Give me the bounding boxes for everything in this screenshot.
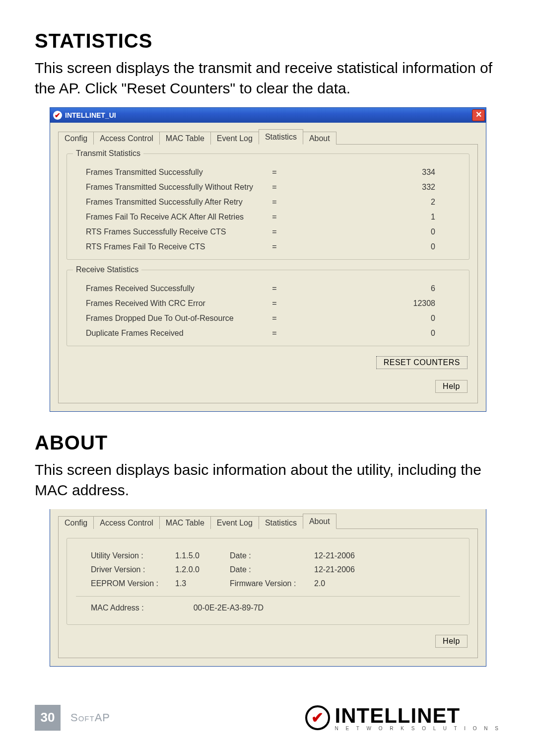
- mac-row: MAC Address : 00-0E-2E-A3-89-7D: [76, 597, 460, 619]
- stat-label: Frames Received Successfully: [76, 284, 265, 293]
- para-about: This screen displays basic information a…: [35, 460, 501, 500]
- tabs-row-about: Config Access Control MAC Table Event Lo…: [58, 514, 478, 529]
- stat-label: Frames Transmitted Successfully Without …: [76, 183, 265, 192]
- about-key: Utility Version :: [91, 551, 175, 560]
- tab-mac-table[interactable]: MAC Table: [159, 132, 211, 145]
- tab-statistics[interactable]: Statistics: [259, 129, 303, 145]
- stat-row: Frames Fail To Receive ACK After All Ret…: [76, 210, 460, 225]
- transmit-legend: Transmit Statistics: [73, 149, 143, 158]
- window-title: INTELLINET_UI: [62, 111, 472, 119]
- brand-name: INTELLINET: [335, 704, 461, 728]
- tab-config[interactable]: Config: [58, 516, 94, 529]
- tab-area: Config Access Control MAC Table Event Lo…: [50, 123, 486, 411]
- about-value: 1.2.0.0: [175, 565, 230, 574]
- about-value: 12-21-2006: [314, 551, 384, 560]
- stat-row: Duplicate Frames Received = 0: [76, 326, 460, 341]
- stat-value: 2: [284, 198, 460, 207]
- statistics-window: ✔ INTELLINET_UI ✕ Config Access Control …: [50, 107, 486, 412]
- stat-row: Frames Dropped Due To Out-of-Resource = …: [76, 311, 460, 326]
- tab-access-control[interactable]: Access Control: [93, 516, 160, 529]
- stat-label: Frames Received With CRC Error: [76, 299, 265, 308]
- stat-value: 0: [284, 242, 460, 251]
- about-key: EEPROM Version :: [91, 579, 175, 588]
- heading-about: ABOUT: [35, 432, 501, 454]
- brand-subtitle: N E T W O R K S O L U T I O N S: [335, 726, 501, 731]
- tab-area-about: Config Access Control MAC Table Event Lo…: [50, 509, 486, 666]
- equals-sign: =: [265, 242, 284, 251]
- equals-sign: =: [265, 213, 284, 222]
- stat-row: RTS Frames Successfully Receive CTS = 0: [76, 225, 460, 239]
- stat-label: Frames Transmitted Successfully After Re…: [76, 198, 265, 207]
- about-value: 1.1.5.0: [175, 551, 230, 560]
- footer: 30 SoftAP ✔ INTELLINET N E T W O R K S O…: [35, 704, 501, 731]
- stat-row: RTS Frames Fail To Receive CTS = 0: [76, 239, 460, 254]
- about-groupbox: Utility Version : 1.1.5.0 Date : 12-21-2…: [67, 538, 469, 625]
- tab-about[interactable]: About: [303, 514, 336, 529]
- stat-row: Frames Received With CRC Error = 12308: [76, 296, 460, 311]
- about-grid: Utility Version : 1.1.5.0 Date : 12-21-2…: [76, 546, 460, 593]
- about-value: 1.3: [175, 579, 230, 588]
- equals-sign: =: [265, 168, 284, 177]
- brand-logo: ✔ INTELLINET N E T W O R K S O L U T I O…: [305, 704, 501, 731]
- tab-statistics[interactable]: Statistics: [259, 516, 303, 529]
- tab-access-control[interactable]: Access Control: [93, 132, 160, 145]
- stat-value: 334: [284, 168, 460, 177]
- about-value: 12-21-2006: [314, 565, 384, 574]
- tab-about[interactable]: About: [303, 132, 336, 145]
- app-icon: ✔: [53, 111, 62, 120]
- stat-value: 0: [284, 227, 460, 236]
- equals-sign: =: [265, 284, 284, 293]
- stat-row: Frames Received Successfully = 6: [76, 281, 460, 296]
- stat-value: 0: [284, 329, 460, 338]
- about-panel: Utility Version : 1.1.5.0 Date : 12-21-2…: [58, 529, 478, 658]
- stat-row: Frames Transmitted Successfully Without …: [76, 180, 460, 195]
- heading-statistics: STATISTICS: [35, 30, 501, 52]
- tab-mac-table[interactable]: MAC Table: [159, 516, 211, 529]
- about-window: Config Access Control MAC Table Event Lo…: [50, 509, 486, 667]
- stat-label: Frames Fail To Receive ACK After All Ret…: [76, 213, 265, 222]
- about-key: Driver Version :: [91, 565, 175, 574]
- help-button[interactable]: Help: [435, 635, 468, 648]
- about-key: Date :: [230, 551, 314, 560]
- about-value: 2.0: [314, 579, 384, 588]
- about-key: Firmware Version :: [230, 579, 314, 588]
- para-statistics: This screen displays the transmit and re…: [35, 58, 501, 98]
- help-button[interactable]: Help: [435, 380, 468, 393]
- about-key: Date :: [230, 565, 314, 574]
- statistics-panel: Transmit Statistics Frames Transmitted S…: [58, 145, 478, 403]
- stat-label: Frames Dropped Due To Out-of-Resource: [76, 314, 265, 323]
- mac-label: MAC Address :: [91, 604, 144, 612]
- reset-counters-button[interactable]: RESET COUNTERS: [376, 356, 468, 369]
- receive-groupbox: Receive Statistics Frames Received Succe…: [67, 270, 469, 346]
- stat-row: Frames Transmitted Successfully = 334: [76, 165, 460, 180]
- equals-sign: =: [265, 299, 284, 308]
- stat-label: RTS Frames Successfully Receive CTS: [76, 227, 265, 236]
- stat-value: 6: [284, 284, 460, 293]
- stat-value: 332: [284, 183, 460, 192]
- tab-event-log[interactable]: Event Log: [210, 516, 259, 529]
- mac-value: 00-0E-2E-A3-89-7D: [194, 604, 264, 612]
- equals-sign: =: [265, 183, 284, 192]
- tabs-row-statistics: Config Access Control MAC Table Event Lo…: [58, 130, 478, 145]
- stat-label: Frames Transmitted Successfully: [76, 168, 265, 177]
- equals-sign: =: [265, 329, 284, 338]
- close-icon[interactable]: ✕: [472, 109, 485, 121]
- stat-row: Frames Transmitted Successfully After Re…: [76, 195, 460, 210]
- tab-config[interactable]: Config: [58, 132, 94, 145]
- equals-sign: =: [265, 314, 284, 323]
- receive-legend: Receive Statistics: [73, 265, 141, 274]
- page-number-badge: 30: [35, 705, 61, 731]
- check-icon: ✔: [305, 705, 330, 730]
- stat-value: 0: [284, 314, 460, 323]
- transmit-groupbox: Transmit Statistics Frames Transmitted S…: [67, 153, 469, 260]
- equals-sign: =: [265, 198, 284, 207]
- titlebar: ✔ INTELLINET_UI ✕: [50, 108, 486, 123]
- stat-value: 1: [284, 213, 460, 222]
- footer-section-label: SoftAP: [70, 711, 110, 724]
- stat-value: 12308: [284, 299, 460, 308]
- stat-label: RTS Frames Fail To Receive CTS: [76, 242, 265, 251]
- tab-event-log[interactable]: Event Log: [210, 132, 259, 145]
- equals-sign: =: [265, 227, 284, 236]
- stat-label: Duplicate Frames Received: [76, 329, 265, 338]
